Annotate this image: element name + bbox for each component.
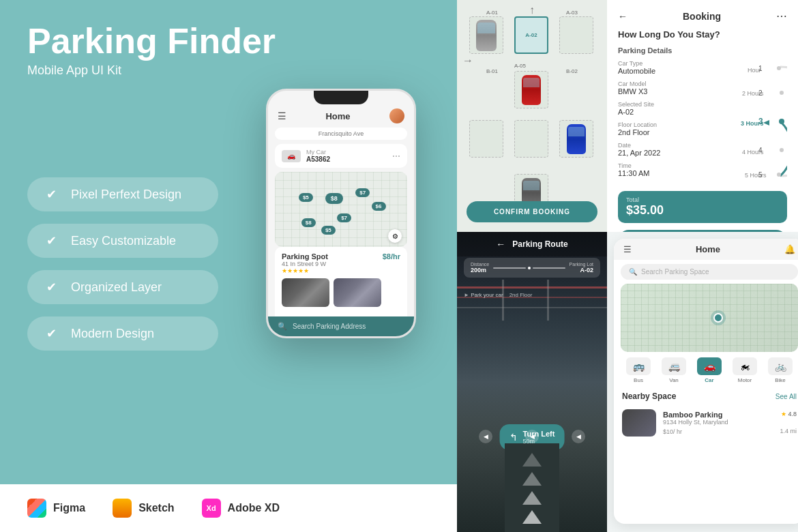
svg-point-10 xyxy=(777,173,781,177)
price-bubble-6[interactable]: $5 xyxy=(321,226,336,235)
ar-nav-left[interactable]: ◀ xyxy=(479,430,492,443)
sp-parking-price: $10/ hr xyxy=(663,427,682,435)
check-icon: ✔ xyxy=(46,326,61,341)
sp-search-bar[interactable]: 🔍 Search Parking Space xyxy=(621,264,798,280)
sp-cat-van[interactable]: 🚐 Van xyxy=(662,357,686,383)
car-label: Car xyxy=(705,377,713,383)
phone-notch xyxy=(314,91,368,104)
sp-parking-addr: 9134 Holly St, Maryland xyxy=(663,419,797,426)
slot-a05[interactable] xyxy=(514,71,548,108)
bike-label: Bike xyxy=(775,377,786,383)
slot-b02[interactable] xyxy=(514,120,548,158)
ar-floor-val: 2nd Floor xyxy=(509,292,533,298)
ar-route-view: ← Parking Route Distance 200m Parking Lo… xyxy=(457,232,607,532)
slot-b01[interactable] xyxy=(469,120,503,158)
car-model-key: Car Model xyxy=(618,80,733,87)
ar-step: ► Park your car 2nd Floor xyxy=(464,292,532,298)
price-bubble-5[interactable]: $8 xyxy=(301,218,316,227)
sp-cat-bus[interactable]: 🚌 Bus xyxy=(626,357,651,383)
car-type-key: Car Type xyxy=(618,60,733,67)
map-area[interactable]: $5 $8 $7 $6 $7 $8 $5 ⚙ xyxy=(275,172,407,247)
car-details: My Car A53862 xyxy=(306,149,330,163)
total-section: Total $35.00 xyxy=(618,191,787,223)
ar-nav-right[interactable]: ◀ xyxy=(572,430,585,443)
hour-arc: Hour 2 Hours 3 Hours 4 Hours 5 Hours 1 xyxy=(739,60,787,183)
back-button[interactable]: ← xyxy=(618,11,627,22)
total-amount: $35.00 xyxy=(626,203,779,218)
sp-search-placeholder: Search Parking Space xyxy=(641,268,709,276)
car-icon: 🚗 xyxy=(697,357,722,375)
parking-photos xyxy=(282,278,400,307)
feature-customizable-label: Easy Customizable xyxy=(71,234,176,248)
search-placeholder: Search Parking Address xyxy=(293,323,366,330)
check-icon: ✔ xyxy=(46,233,61,248)
motor-icon: 🏍 xyxy=(733,357,757,375)
map-grid xyxy=(275,172,407,247)
sp-parking-card[interactable]: Bamboo Parking ★ 4.8 9134 Holly St, Mary… xyxy=(614,404,798,442)
parking-photo-1 xyxy=(282,278,329,307)
total-label: Total xyxy=(626,196,779,203)
ar-header: ← Parking Route xyxy=(457,232,607,256)
price-bubble-active[interactable]: $8 xyxy=(325,193,343,204)
sp-parking-thumbnail xyxy=(622,409,656,437)
sp-cat-bike[interactable]: 🚲 Bike xyxy=(768,357,793,383)
sp-header: ☰ Home 🔔 xyxy=(614,239,798,260)
price-bubble-4[interactable]: $7 xyxy=(337,213,351,222)
feature-customizable: ✔ Easy Customizable xyxy=(27,224,218,258)
sp-hamburger-icon[interactable]: ☰ xyxy=(623,244,632,254)
price-bubble-2[interactable]: $7 xyxy=(355,188,370,197)
more-icon[interactable]: ⋯ xyxy=(776,10,787,23)
sp-nearby-header: Nearby Space See All xyxy=(614,389,798,404)
ar-distance-key: Distance xyxy=(471,262,489,267)
ar-nav-center[interactable]: ◀ xyxy=(525,430,539,443)
gear-icon[interactable]: ⚙ xyxy=(388,229,402,243)
ar-distance-val: 200m xyxy=(471,267,489,274)
figma-label: Figma xyxy=(53,502,85,514)
sp-see-all[interactable]: See All xyxy=(775,393,797,400)
ar-lot-item: Parking Lot A-02 xyxy=(570,262,593,274)
van-label: Van xyxy=(669,377,679,383)
tool-adobexd: Xd Adobe XD xyxy=(202,499,280,518)
hamburger-icon[interactable]: ☰ xyxy=(278,110,286,121)
booking-question: How Long Do You Stay? xyxy=(618,29,787,40)
sp-categories: 🚌 Bus 🚐 Van 🚗 Car 🏍 Motor 🚲 Bike xyxy=(614,352,798,389)
booking-section-title: Parking Details xyxy=(618,46,787,55)
slot-a03[interactable] xyxy=(559,16,593,54)
ar-lot-val: A-02 xyxy=(570,267,593,274)
small-phone: ☰ Home 🔔 🔍 Search Parking Space 🚌 Bus 🚐 xyxy=(614,239,798,524)
ar-back-button[interactable]: ← xyxy=(496,239,505,250)
ar-road xyxy=(505,443,559,532)
confirm-booking-button-lot[interactable]: CONFIRM BOOKING xyxy=(467,201,597,222)
slot-a02[interactable]: A-02 xyxy=(514,16,548,54)
bus-label: Bus xyxy=(634,377,643,383)
adobexd-icon: Xd xyxy=(202,499,221,518)
sp-title: Home xyxy=(696,244,720,254)
date-row: Date 21, Apr 2022 xyxy=(618,142,733,157)
ar-step-text: Park your car xyxy=(471,292,503,298)
svg-text:2: 2 xyxy=(758,89,763,97)
selected-site-val: A-02 xyxy=(618,108,733,116)
sp-cat-car[interactable]: 🚗 Car xyxy=(697,357,722,383)
sp-cat-motor[interactable]: 🏍 Motor xyxy=(733,357,757,383)
floor-key: Floor Location xyxy=(618,121,733,128)
star-rating: ★★★★★ xyxy=(282,267,328,274)
ar-nav-row: ◀ ◀ ◀ xyxy=(457,430,607,443)
ar-lot-key: Parking Lot xyxy=(570,262,593,267)
sp-bell-icon[interactable]: 🔔 xyxy=(784,244,795,254)
feature-pixel-label: Pixel Perfext Design xyxy=(71,188,181,202)
feature-modern-label: Modern Design xyxy=(71,327,154,341)
slot-a01[interactable] xyxy=(469,16,503,54)
svg-text:5: 5 xyxy=(758,171,763,179)
feature-modern: ✔ Modern Design xyxy=(27,316,218,351)
svg-point-9 xyxy=(780,148,784,152)
price-bubble-1[interactable]: $5 xyxy=(299,193,313,202)
selected-site-key: Selected Site xyxy=(618,101,733,108)
more-options-icon[interactable]: ⋯ xyxy=(392,151,400,161)
slot-b03[interactable] xyxy=(559,120,593,158)
price-bubble-3[interactable]: $6 xyxy=(372,202,386,211)
phone-mockup-container: ☰ Home Francisquito Ave 🚗 My Car A53862 … xyxy=(266,89,416,338)
car-info: 🚗 My Car A53862 xyxy=(282,149,330,163)
search-bar[interactable]: 🔍 Search Parking Address xyxy=(268,316,414,336)
feature-organized: ✔ Organized Layer xyxy=(27,270,218,304)
sp-map[interactable] xyxy=(621,284,798,352)
